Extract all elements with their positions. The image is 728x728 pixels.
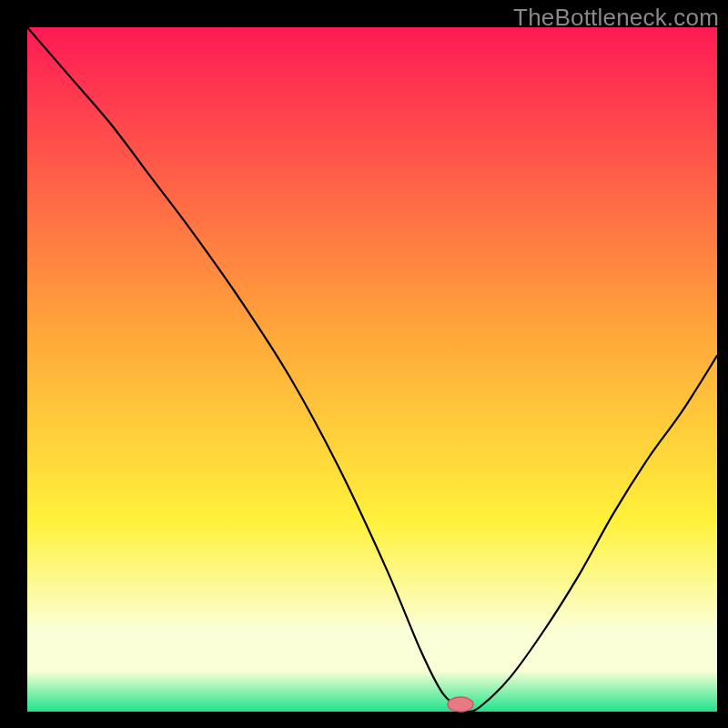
optimum-marker <box>448 697 473 712</box>
watermark-text: TheBottleneck.com <box>513 4 719 32</box>
chart-frame: { "watermark": "TheBottleneck.com", "col… <box>0 0 728 728</box>
bottleneck-chart <box>0 0 728 728</box>
gradient-background <box>27 27 717 712</box>
